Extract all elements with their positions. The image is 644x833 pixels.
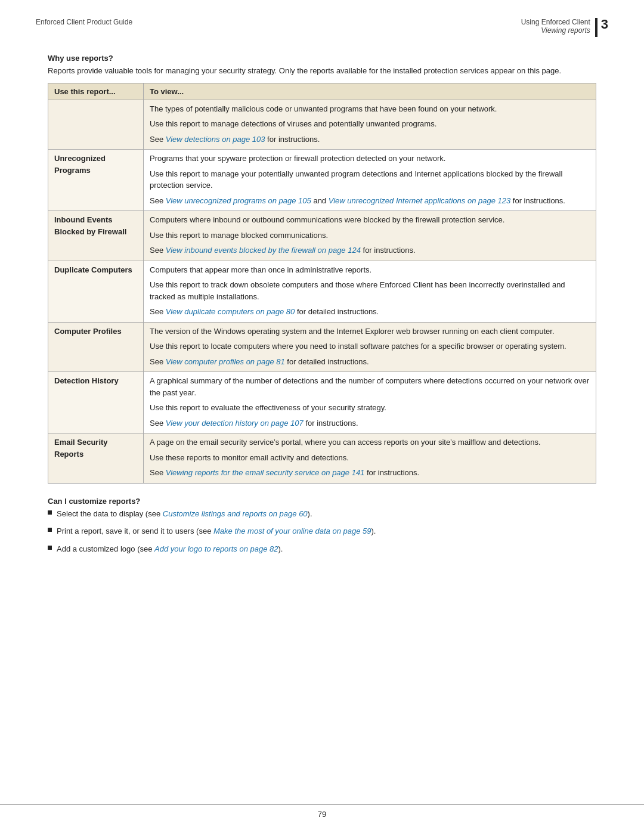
report-desc-cell: Programs that your spyware protection or… bbox=[144, 150, 596, 211]
desc-text: See View inbound events blocked by the f… bbox=[150, 244, 590, 256]
bullet-link[interactable]: Add your logo to reports on page 82 bbox=[154, 544, 278, 553]
bullet-icon bbox=[48, 510, 52, 515]
header-left: Enforced Client Product Guide bbox=[36, 18, 132, 26]
desc-text: Programs that your spyware protection or… bbox=[150, 153, 590, 165]
bullet-link[interactable]: Make the most of your online data on pag… bbox=[213, 527, 371, 535]
inline-link[interactable]: View inbound events blocked by the firew… bbox=[166, 246, 361, 255]
desc-text: A graphical summary of the number of det… bbox=[150, 375, 590, 398]
page-header: Enforced Client Product Guide Using Enfo… bbox=[0, 18, 644, 43]
report-desc-cell: The types of potentially malicious code … bbox=[144, 100, 596, 150]
report-name-cell: Inbound EventsBlocked by Firewall bbox=[48, 211, 144, 261]
report-desc-cell: Computers where inbound or outbound comm… bbox=[144, 211, 596, 261]
table-row: Detection HistoryA graphical summary of … bbox=[48, 372, 596, 433]
page-footer: 79 bbox=[0, 804, 644, 819]
col2-header: To view... bbox=[144, 83, 596, 100]
table-header-row: Use this report... To view... bbox=[48, 83, 596, 100]
bullet-icon bbox=[48, 528, 52, 532]
desc-text: See View unrecognized programs on page 1… bbox=[150, 195, 590, 207]
col1-header: Use this report... bbox=[48, 83, 144, 100]
desc-text: Use these reports to monitor email activ… bbox=[150, 452, 590, 464]
desc-text: Use this report to locate computers wher… bbox=[150, 340, 590, 352]
report-desc-cell: A page on the email security service’s p… bbox=[144, 433, 596, 484]
table-row: The types of potentially malicious code … bbox=[48, 100, 596, 150]
header-right: Using Enforced Client Viewing reports 3 bbox=[521, 18, 608, 37]
why-use-reports-heading: Why use reports? bbox=[48, 54, 596, 63]
report-name-cell bbox=[48, 100, 144, 150]
reports-table: Use this report... To view... The types … bbox=[48, 83, 596, 484]
inline-link[interactable]: View your detection history on page 107 bbox=[166, 419, 304, 428]
report-desc-cell: A graphical summary of the number of det… bbox=[144, 372, 596, 433]
bullet-text: Select the data to display (see Customiz… bbox=[57, 508, 312, 520]
header-bar bbox=[595, 18, 597, 37]
inline-link[interactable]: View detections on page 103 bbox=[166, 135, 265, 144]
bullet-item: Add a customized logo (see Add your logo… bbox=[48, 543, 596, 555]
table-row: Email Security ReportsA page on the emai… bbox=[48, 433, 596, 484]
bullet-text: Print a report, save it, or send it to u… bbox=[57, 525, 376, 537]
page-number: 79 bbox=[318, 810, 326, 819]
intro-body: Reports provide valuable tools for manag… bbox=[48, 65, 596, 77]
inline-link[interactable]: View unrecognized programs on page 105 bbox=[166, 196, 311, 205]
main-content: Why use reports? Reports provide valuabl… bbox=[0, 43, 644, 555]
desc-text: Computers where inbound or outbound comm… bbox=[150, 214, 590, 226]
table-row: UnrecognizedProgramsPrograms that your s… bbox=[48, 150, 596, 211]
bullet-text: Add a customized logo (see Add your logo… bbox=[57, 543, 283, 555]
desc-text: Computers that appear more than once in … bbox=[150, 264, 590, 276]
desc-text: Use this report to manage blocked commun… bbox=[150, 230, 590, 241]
desc-text: See View duplicate computers on page 80 … bbox=[150, 306, 590, 318]
desc-text: A page on the email security service’s p… bbox=[150, 436, 590, 448]
bullet-link[interactable]: Customize listings and reports on page 6… bbox=[163, 509, 308, 518]
desc-text: The types of potentially malicious code … bbox=[150, 103, 590, 115]
desc-text: See View detections on page 103 for inst… bbox=[150, 134, 590, 145]
desc-text: Use this report to evaluate the effectiv… bbox=[150, 402, 590, 414]
desc-text: The version of the Windows operating sys… bbox=[150, 326, 590, 337]
bullet-icon bbox=[48, 546, 52, 550]
inline-link[interactable]: Viewing reports for the email security s… bbox=[166, 468, 365, 477]
table-row: Inbound EventsBlocked by FirewallCompute… bbox=[48, 211, 596, 261]
table-row: Duplicate ComputersComputers that appear… bbox=[48, 261, 596, 322]
bullet-item: Select the data to display (see Customiz… bbox=[48, 508, 596, 520]
desc-text: See Viewing reports for the email securi… bbox=[150, 467, 590, 479]
customize-heading: Can I customize reports? bbox=[48, 497, 596, 506]
report-desc-cell: Computers that appear more than once in … bbox=[144, 261, 596, 322]
desc-text: Use this report to manage detections of … bbox=[150, 118, 590, 130]
header-subsection-title: Viewing reports bbox=[521, 26, 590, 35]
desc-text: See View computer profiles on page 81 fo… bbox=[150, 356, 590, 368]
table-row: Computer ProfilesThe version of the Wind… bbox=[48, 322, 596, 372]
desc-text: Use this report to track down obsolete c… bbox=[150, 279, 590, 302]
inline-link[interactable]: View unrecognized Internet applications … bbox=[329, 196, 510, 205]
header-section-title: Using Enforced Client bbox=[521, 18, 590, 26]
report-name-cell: Computer Profiles bbox=[48, 322, 144, 372]
report-desc-cell: The version of the Windows operating sys… bbox=[144, 322, 596, 372]
customize-bullets: Select the data to display (see Customiz… bbox=[48, 508, 596, 555]
header-right-text: Using Enforced Client Viewing reports bbox=[521, 18, 590, 35]
inline-link[interactable]: View duplicate computers on page 80 bbox=[166, 307, 295, 316]
bullet-item: Print a report, save it, or send it to u… bbox=[48, 525, 596, 537]
desc-text: See View your detection history on page … bbox=[150, 417, 590, 429]
report-name-cell: Detection History bbox=[48, 372, 144, 433]
report-name-cell: Email Security Reports bbox=[48, 433, 144, 484]
page-container: Enforced Client Product Guide Using Enfo… bbox=[0, 0, 644, 833]
report-name-cell: UnrecognizedPrograms bbox=[48, 150, 144, 211]
desc-text: Use this report to manage your potential… bbox=[150, 168, 590, 191]
report-name-cell: Duplicate Computers bbox=[48, 261, 144, 322]
inline-link[interactable]: View computer profiles on page 81 bbox=[166, 357, 285, 366]
header-chapter-number: 3 bbox=[601, 18, 608, 31]
